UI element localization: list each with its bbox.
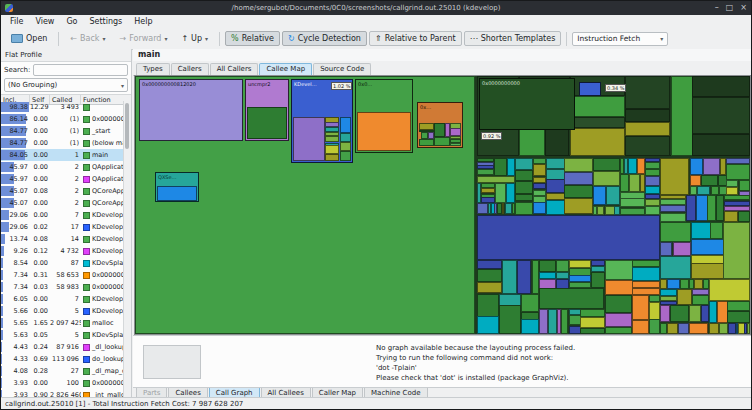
treemap-cell[interactable] bbox=[325, 154, 339, 161]
treemap-cell[interactable] bbox=[515, 202, 533, 215]
maximize-button[interactable]: □ bbox=[726, 3, 734, 13]
treemap-cell[interactable] bbox=[477, 260, 502, 269]
treemap-cell[interactable] bbox=[645, 162, 660, 169]
treemap-cell[interactable] bbox=[564, 158, 593, 172]
treemap-cell[interactable] bbox=[692, 134, 750, 156]
relative-toggle[interactable]: % Relative bbox=[225, 31, 280, 46]
treemap-cell[interactable] bbox=[419, 139, 434, 146]
treemap-cell[interactable] bbox=[564, 198, 593, 214]
treemap-cell[interactable] bbox=[660, 256, 691, 279]
treemap-cell[interactable] bbox=[670, 305, 689, 322]
treemap-cell[interactable] bbox=[505, 203, 512, 214]
treemap-cell[interactable] bbox=[689, 323, 708, 334]
treemap-cell[interactable] bbox=[593, 186, 606, 205]
treemap-cell[interactable] bbox=[507, 158, 515, 176]
treemap-cell[interactable] bbox=[570, 96, 625, 117]
treemap-cell[interactable] bbox=[673, 242, 691, 256]
treemap-cell[interactable] bbox=[625, 109, 670, 122]
treemap-cell[interactable] bbox=[533, 164, 546, 176]
treemap-cell[interactable] bbox=[649, 302, 660, 320]
treemap-cell[interactable] bbox=[450, 128, 461, 136]
treemap-cell[interactable] bbox=[726, 187, 738, 195]
treemap-cell[interactable] bbox=[539, 309, 548, 334]
table-row[interactable]: 4.330.69113 096do_lookup… bbox=[1, 353, 124, 365]
table-row[interactable]: 45.070.082QCoreAppli… bbox=[1, 185, 124, 197]
title-bar[interactable]: /home/sergubot/Documents/0C0/screenshots… bbox=[1, 1, 751, 15]
treemap-cell[interactable] bbox=[667, 323, 678, 334]
treemap-cell[interactable] bbox=[724, 211, 738, 222]
treemap-cell[interactable] bbox=[625, 76, 670, 109]
treemap-cell[interactable] bbox=[593, 171, 620, 186]
treemap-cell[interactable] bbox=[357, 112, 411, 151]
treemap-cell[interactable] bbox=[606, 186, 620, 205]
menu-file[interactable]: File bbox=[4, 17, 29, 26]
treemap-cell[interactable] bbox=[726, 164, 750, 180]
treemap-cell[interactable] bbox=[477, 269, 502, 282]
treemap-cell[interactable] bbox=[632, 288, 660, 295]
treemap-cell[interactable] bbox=[645, 169, 660, 176]
tab-source-code[interactable]: Source Code bbox=[313, 63, 371, 75]
treemap-cell[interactable] bbox=[247, 107, 287, 139]
treemap-cell[interactable] bbox=[739, 180, 750, 191]
treemap-cell[interactable] bbox=[660, 158, 689, 195]
cycle-detection-toggle[interactable]: ↻ Cycle Detection bbox=[282, 31, 367, 46]
treemap-cell[interactable] bbox=[719, 323, 728, 334]
treemap-cell[interactable] bbox=[561, 309, 568, 334]
menu-help[interactable]: Help bbox=[128, 17, 158, 26]
treemap-cell[interactable] bbox=[546, 193, 565, 200]
table-row[interactable]: 29.060.007KDevelop::… bbox=[1, 209, 124, 221]
treemap-cell[interactable] bbox=[692, 76, 750, 97]
minimize-button[interactable]: – bbox=[715, 3, 719, 13]
treemap-cell[interactable] bbox=[660, 289, 677, 296]
table-row[interactable]: 6.050.007KDevelop:… bbox=[1, 293, 124, 305]
event-type-combo[interactable]: Instruction Fetch ▾ bbox=[572, 32, 668, 46]
treemap-cell[interactable] bbox=[649, 319, 660, 334]
treemap-cell[interactable] bbox=[632, 267, 660, 281]
treemap-cell[interactable] bbox=[340, 133, 351, 142]
treemap-cell[interactable] bbox=[690, 186, 697, 195]
treemap-cell[interactable] bbox=[477, 316, 499, 334]
treemap-cell[interactable] bbox=[569, 260, 591, 268]
treemap-cell[interactable] bbox=[632, 260, 660, 267]
treemap-cell[interactable] bbox=[628, 158, 637, 174]
treemap-cell[interactable] bbox=[477, 169, 494, 175]
table-scrollbar[interactable] bbox=[123, 101, 131, 397]
up-button[interactable]: ↑ Up ▾ bbox=[175, 31, 214, 46]
treemap-cell[interactable] bbox=[727, 311, 750, 323]
treemap-cell[interactable] bbox=[580, 328, 605, 334]
table-row[interactable]: 84.050.001main bbox=[1, 149, 124, 161]
treemap-cell[interactable] bbox=[710, 222, 723, 239]
treemap-cell[interactable] bbox=[625, 136, 670, 156]
treemap-cell[interactable] bbox=[671, 76, 693, 156]
treemap-cell[interactable] bbox=[502, 260, 517, 294]
treemap-cell[interactable] bbox=[709, 323, 719, 334]
treemap-cell[interactable] bbox=[660, 242, 672, 256]
treemap-cell[interactable] bbox=[494, 158, 507, 176]
treemap-cell[interactable] bbox=[649, 295, 660, 302]
treemap-cell[interactable] bbox=[711, 186, 719, 195]
table-row[interactable]: 84.770.00(1)(below mai… bbox=[1, 137, 124, 149]
tab-callers[interactable]: Callers bbox=[171, 63, 209, 75]
treemap-cell[interactable] bbox=[521, 319, 539, 334]
treemap-cell[interactable] bbox=[499, 305, 521, 334]
table-row[interactable]: 98.3812.293 493 bbox=[1, 101, 124, 113]
treemap-cell[interactable] bbox=[727, 301, 750, 311]
treemap-cell[interactable] bbox=[620, 198, 645, 207]
treemap-cell[interactable] bbox=[539, 272, 556, 279]
treemap-cell[interactable] bbox=[690, 175, 701, 186]
treemap-cell[interactable] bbox=[645, 206, 660, 215]
treemap-cell[interactable] bbox=[521, 294, 539, 312]
treemap-cell[interactable] bbox=[747, 323, 750, 334]
treemap-cell[interactable] bbox=[477, 294, 499, 317]
treemap-cell[interactable] bbox=[667, 279, 680, 289]
treemap-cell[interactable] bbox=[697, 186, 710, 195]
treemap-cell[interactable] bbox=[533, 202, 546, 214]
treemap-cell[interactable] bbox=[421, 132, 428, 139]
treemap-cell[interactable] bbox=[477, 282, 502, 293]
treemap-cell[interactable] bbox=[738, 211, 750, 222]
treemap-cell[interactable] bbox=[709, 301, 717, 323]
treemap-block[interactable]: 0x000000000812020 bbox=[139, 79, 243, 141]
treemap-cell[interactable] bbox=[556, 272, 569, 279]
table-scrollbar-thumb[interactable] bbox=[125, 103, 129, 149]
treemap-cell[interactable] bbox=[450, 143, 461, 146]
